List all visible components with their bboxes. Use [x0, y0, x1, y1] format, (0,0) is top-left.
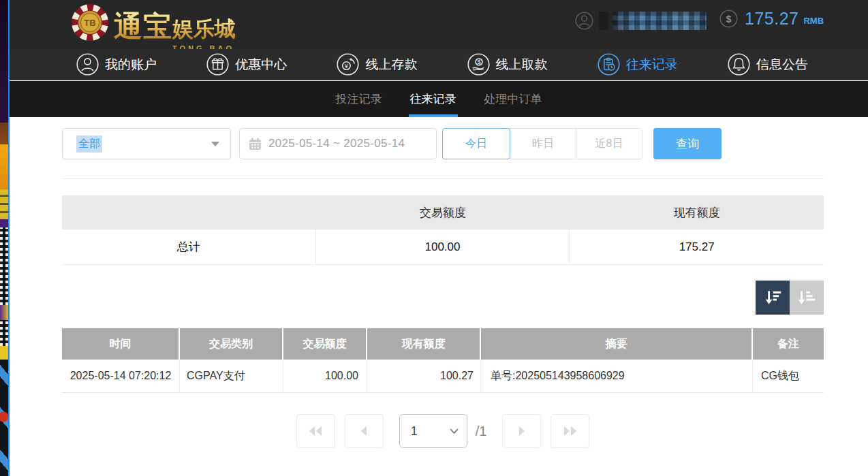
- summary-total-amount: 100.00: [316, 229, 570, 264]
- main-content: 全部 2025-05-14 ~ 2025-05-14 今日 昨日 近8日 查询: [10, 117, 868, 476]
- sort-ascending-button[interactable]: [790, 281, 824, 315]
- section-divider: [62, 178, 824, 179]
- nav-item-announcements[interactable]: 信息公告: [728, 53, 808, 76]
- nav-item-deposit[interactable]: ¥ 线上存款: [337, 53, 417, 76]
- cell-type: CGPAY支付: [180, 360, 283, 392]
- sort-descending-button[interactable]: [756, 281, 790, 315]
- logo-name-cn: 通宝: [114, 11, 172, 42]
- cell-summary: 单号:202505143958606929: [481, 360, 753, 392]
- banner-qr-segment: [0, 320, 8, 346]
- summary-total-balance: 175.27: [570, 229, 824, 264]
- cell-amount: 100.00: [283, 360, 367, 392]
- current-page-value: 1: [411, 424, 418, 439]
- records-table: 时间 交易类别 交易额度 现有额度 摘要 备注 2025-05-14 07:20…: [62, 328, 824, 393]
- total-pages-label: /1: [476, 424, 487, 439]
- records-icon: [598, 53, 620, 76]
- summary-col-empty: [62, 195, 316, 229]
- summary-col-amount: 交易额度: [316, 195, 570, 229]
- banner-segment: [0, 305, 8, 320]
- site-logo[interactable]: TB 通宝娱乐城 TONG BAO: [71, 3, 236, 46]
- banner-segment: [0, 346, 8, 360]
- user-icon: [76, 53, 99, 76]
- calendar-icon: [248, 137, 262, 151]
- gift-icon: [206, 53, 229, 76]
- col-amount: 交易额度: [283, 328, 367, 360]
- nav-item-my-account[interactable]: 我的账户: [76, 53, 157, 76]
- date-range-input[interactable]: 2025-05-14 ~ 2025-05-14: [239, 128, 437, 159]
- left-arrow-icon: [360, 426, 367, 437]
- type-select-value: 全部: [76, 136, 102, 153]
- tab-pending-orders[interactable]: 处理中订单: [483, 81, 544, 117]
- balance-currency: RMB: [803, 12, 824, 26]
- sort-controls: [756, 281, 824, 315]
- last-page-button[interactable]: [551, 414, 589, 448]
- withdraw-icon: $: [467, 53, 490, 76]
- nav-label: 线上存款: [365, 56, 417, 74]
- banner-segment: [0, 189, 8, 219]
- banner-segment: [0, 360, 8, 476]
- top-header: TB 通宝娱乐城 TONG BAO $ 175.27 RMB: [10, 0, 868, 49]
- nav-item-transaction-records[interactable]: 往来记录: [598, 53, 678, 76]
- last-8-days-button[interactable]: 近8日: [576, 128, 642, 159]
- dollar-coin-icon: $: [719, 10, 738, 28]
- col-remark: 备注: [753, 328, 824, 360]
- poker-chip-icon: TB: [71, 3, 109, 42]
- previous-page-button[interactable]: [345, 414, 384, 448]
- username-blur-dark: [599, 12, 608, 30]
- summary-total-label: 总计: [62, 229, 316, 264]
- tab-betting-records[interactable]: 投注记录: [335, 81, 384, 117]
- subtab-label: 往来记录: [410, 91, 456, 107]
- summary-col-balance: 现有额度: [570, 195, 824, 229]
- svg-text:$: $: [477, 59, 480, 65]
- banner-segment: [0, 0, 8, 123]
- nav-label: 信息公告: [756, 56, 808, 74]
- summary-total-row: 总计 100.00 175.27: [62, 229, 824, 265]
- nav-item-promotions[interactable]: 优惠中心: [206, 53, 287, 76]
- deposit-icon: ¥: [337, 53, 359, 76]
- next-page-button[interactable]: [502, 414, 541, 448]
- date-range-value: 2025-05-14 ~ 2025-05-14: [268, 137, 405, 150]
- sort-ascending-icon: [796, 287, 817, 308]
- page-number-select[interactable]: 1: [399, 414, 467, 448]
- summary-header-row: 交易额度 现有额度: [62, 195, 824, 229]
- banner-segment: [0, 219, 8, 227]
- banner-qr-segment: [0, 227, 8, 305]
- double-left-arrow-icon: [309, 426, 322, 437]
- banner-segment: [0, 123, 8, 144]
- filter-row: 全部 2025-05-14 ~ 2025-05-14 今日 昨日 近8日 查询: [62, 128, 824, 159]
- table-row: 2025-05-14 07:20:12 CGPAY支付 100.00 100.2…: [62, 360, 824, 393]
- nav-item-withdraw[interactable]: $ 线上取款: [467, 53, 548, 76]
- sort-descending-icon: [762, 287, 783, 308]
- main-navigation: 我的账户 优惠中心 ¥ 线上存款 $ 线上取款: [10, 49, 868, 80]
- col-type: 交易类别: [180, 328, 283, 360]
- svg-text:¥: ¥: [344, 63, 349, 69]
- chevron-down-icon: [211, 142, 219, 146]
- col-time: 时间: [62, 328, 180, 360]
- yesterday-button[interactable]: 昨日: [510, 128, 576, 159]
- cell-remark: CG钱包: [753, 360, 824, 392]
- col-balance: 现有额度: [367, 328, 481, 360]
- balance-amount: 175.27: [745, 9, 799, 29]
- balance-display[interactable]: $ 175.27 RMB: [719, 9, 824, 29]
- col-summary: 摘要: [481, 328, 753, 360]
- subtab-label: 处理中订单: [484, 91, 542, 107]
- bell-icon: [728, 53, 750, 76]
- search-button[interactable]: 查询: [653, 128, 722, 159]
- user-avatar-icon: [575, 12, 593, 30]
- right-arrow-icon: [518, 426, 525, 437]
- chevron-down-icon: [450, 428, 459, 434]
- first-page-button[interactable]: [296, 414, 335, 448]
- logo-text: 通宝娱乐城 TONG BAO: [114, 3, 236, 46]
- summary-table: 交易额度 现有额度 总计 100.00 175.27: [62, 195, 824, 265]
- pagination: 1 /1: [62, 414, 824, 448]
- username-blurred: [613, 12, 707, 30]
- cell-time: 2025-05-14 07:20:12: [62, 360, 180, 392]
- today-button[interactable]: 今日: [442, 128, 510, 159]
- quick-date-button-group: 今日 昨日 近8日: [442, 128, 642, 159]
- user-account-info[interactable]: [575, 12, 707, 30]
- tab-transaction-records[interactable]: 往来记录: [409, 81, 458, 117]
- svg-text:TB: TB: [84, 18, 95, 28]
- transaction-type-select[interactable]: 全部: [62, 128, 231, 159]
- subtab-label: 投注记录: [336, 91, 382, 107]
- banner-segment: [0, 144, 8, 189]
